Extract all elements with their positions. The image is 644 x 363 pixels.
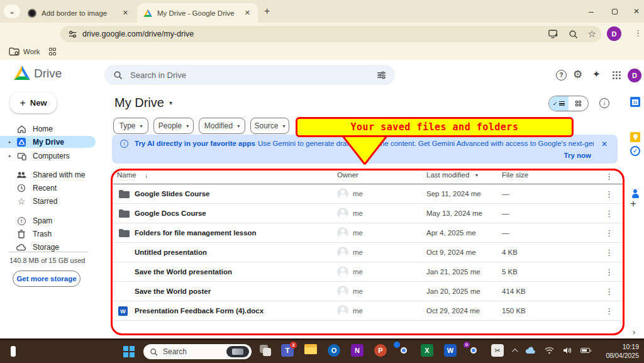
- expand-arrow-icon[interactable]: ▸: [9, 140, 11, 145]
- search-icon: [150, 348, 158, 356]
- tray-overflow-icon[interactable]: [512, 348, 518, 354]
- row-kebab-icon[interactable]: ⋮: [605, 228, 613, 238]
- view-toggle[interactable]: ✓: [548, 96, 589, 111]
- word-icon[interactable]: W: [444, 344, 457, 357]
- google-apps-grid-icon[interactable]: [613, 71, 614, 73]
- row-kebab-icon[interactable]: ⋮: [605, 209, 613, 218]
- row-kebab-icon[interactable]: ⋮: [605, 248, 613, 257]
- managed-bookmarks-folder-icon[interactable]: [9, 47, 19, 56]
- banner-close-icon[interactable]: ✕: [601, 140, 608, 148]
- sidebar-item-starred[interactable]: ☆ Starred: [0, 195, 96, 208]
- dropdown-caret-icon: ▾: [186, 123, 189, 129]
- tab-title: Add border to image: [42, 9, 116, 17]
- filter-chip-modified[interactable]: Modified▾: [199, 118, 245, 134]
- window-close-button[interactable]: ✕: [630, 8, 643, 15]
- teams-icon[interactable]: T3: [281, 344, 294, 357]
- browser-profile-avatar[interactable]: D: [607, 26, 621, 41]
- window-minimize-button[interactable]: –: [585, 8, 597, 15]
- onedrive-icon[interactable]: [525, 347, 536, 354]
- get-addons-plus-icon[interactable]: +: [630, 198, 636, 210]
- owner-label: me: [353, 307, 363, 315]
- table-row[interactable]: Save the World poster me Jan 20, 2025 me…: [113, 282, 623, 301]
- annotation-callout-pointer: [340, 135, 390, 167]
- row-kebab-icon[interactable]: ⋮: [605, 306, 613, 316]
- tasks-icon[interactable]: ✓: [630, 146, 640, 156]
- row-kebab-icon[interactable]: ⋮: [605, 267, 613, 277]
- filter-chip-source[interactable]: Source▾: [250, 118, 289, 134]
- column-file-size[interactable]: File size: [502, 171, 528, 179]
- filter-chip-type[interactable]: Type▾: [113, 118, 148, 134]
- drive-logo-icon[interactable]: [14, 65, 30, 80]
- gemini-sparkle-icon[interactable]: ✦: [592, 69, 601, 80]
- drive-search-input[interactable]: [130, 70, 369, 80]
- new-button[interactable]: +New: [10, 92, 57, 113]
- excel-icon[interactable]: X: [421, 344, 433, 357]
- column-last-modified[interactable]: Last modified: [426, 171, 469, 179]
- powerpoint-icon[interactable]: P: [374, 344, 387, 357]
- last-modified: Sep 11, 2024 me: [426, 190, 481, 198]
- column-name[interactable]: Name: [117, 171, 136, 179]
- browser-menu-button[interactable]: ⋮: [634, 28, 642, 38]
- search-options-icon[interactable]: [377, 70, 386, 80]
- keep-icon[interactable]: [630, 132, 640, 142]
- zoom-icon[interactable]: [569, 30, 578, 39]
- address-bar[interactable]: drive.google.com/drive/my-drive ☆: [60, 26, 601, 42]
- wifi-icon[interactable]: [545, 347, 554, 354]
- tab-add-border-to-image[interactable]: Add border to image ✕: [21, 3, 136, 23]
- chevron-down-icon: ⌄: [9, 7, 15, 16]
- details-info-button[interactable]: i: [599, 98, 609, 108]
- table-row[interactable]: Google Docs Course me May 13, 2024 me — …: [113, 204, 623, 223]
- settings-gear-icon[interactable]: ⚙: [573, 68, 582, 81]
- get-more-storage-button[interactable]: Get more storage: [13, 271, 80, 287]
- bookmark-work-label[interactable]: Work: [23, 48, 40, 55]
- tab-search-button[interactable]: ⌄: [4, 4, 20, 18]
- taskbar-clock[interactable]: 10:19 08/04/2025: [595, 343, 639, 360]
- battery-icon[interactable]: [580, 348, 590, 353]
- close-tab-icon[interactable]: ✕: [121, 9, 130, 17]
- row-kebab-icon[interactable]: ⋮: [605, 189, 613, 199]
- sidebar-item-trash[interactable]: Trash: [0, 228, 96, 240]
- list-view-button[interactable]: ✓: [549, 96, 569, 111]
- close-tab-icon[interactable]: ✕: [243, 9, 252, 17]
- grid-view-button[interactable]: [569, 96, 588, 111]
- owner-avatar: [337, 286, 348, 297]
- drive-account-avatar[interactable]: D: [628, 69, 641, 82]
- apps-shortcut-icon[interactable]: [49, 48, 56, 55]
- table-options-kebab-icon[interactable]: ⋮: [605, 172, 613, 181]
- table-row[interactable]: Folders for file management lesson me Ap…: [113, 223, 623, 243]
- row-kebab-icon[interactable]: ⋮: [605, 287, 613, 296]
- sidebar-item-my-drive[interactable]: ▸ My Drive: [0, 136, 96, 148]
- column-owner[interactable]: Owner: [337, 171, 358, 179]
- calendar-icon[interactable]: 31: [630, 97, 640, 107]
- hide-side-panel-icon[interactable]: ›: [633, 327, 635, 337]
- table-row[interactable]: Save the World presentation me Jan 21, 2…: [113, 262, 623, 282]
- install-app-icon[interactable]: [548, 30, 558, 38]
- sidebar-item-shared-with-me[interactable]: Shared with me: [0, 169, 96, 181]
- onenote-icon[interactable]: N: [351, 344, 364, 357]
- tab-my-drive[interactable]: My Drive - Google Drive ✕: [137, 3, 258, 23]
- sort-arrow-icon[interactable]: ↓: [145, 171, 148, 179]
- new-tab-button[interactable]: +: [264, 6, 270, 17]
- sidebar-item-recent[interactable]: Recent: [0, 182, 96, 194]
- start-button[interactable]: [123, 346, 135, 357]
- outlook-icon[interactable]: O: [328, 344, 340, 357]
- help-button[interactable]: ?: [556, 70, 567, 81]
- sidebar-item-computers[interactable]: ▸ Computers: [0, 150, 96, 162]
- page-title[interactable]: My Drive▾: [114, 96, 172, 110]
- bookmarks-bar: Work: [0, 43, 644, 60]
- table-row[interactable]: Untitled presentation me Oct 9, 2024 me …: [113, 243, 623, 262]
- sidebar-item-spam[interactable]: ! Spam: [0, 215, 96, 227]
- banner-try-now-link[interactable]: Try now: [564, 152, 591, 159]
- drive-search-bar[interactable]: [104, 65, 395, 85]
- site-settings-icon[interactable]: [68, 30, 77, 39]
- expand-arrow-icon[interactable]: ▸: [9, 154, 11, 159]
- sidebar-item-home[interactable]: Home: [0, 123, 96, 135]
- taskbar-search[interactable]: Search: [143, 344, 252, 359]
- snipping-tool-icon[interactable]: ✂: [491, 344, 504, 357]
- table-row[interactable]: W Presentation Feedback Form (4).docx me…: [113, 301, 623, 321]
- bookmark-star-icon[interactable]: ☆: [588, 28, 596, 40]
- speaker-icon[interactable]: [563, 347, 572, 354]
- table-row[interactable]: Google Slides Course me Sep 11, 2024 me …: [113, 184, 623, 204]
- window-maximize-button[interactable]: [608, 8, 621, 15]
- filter-chip-people[interactable]: People▾: [153, 118, 194, 134]
